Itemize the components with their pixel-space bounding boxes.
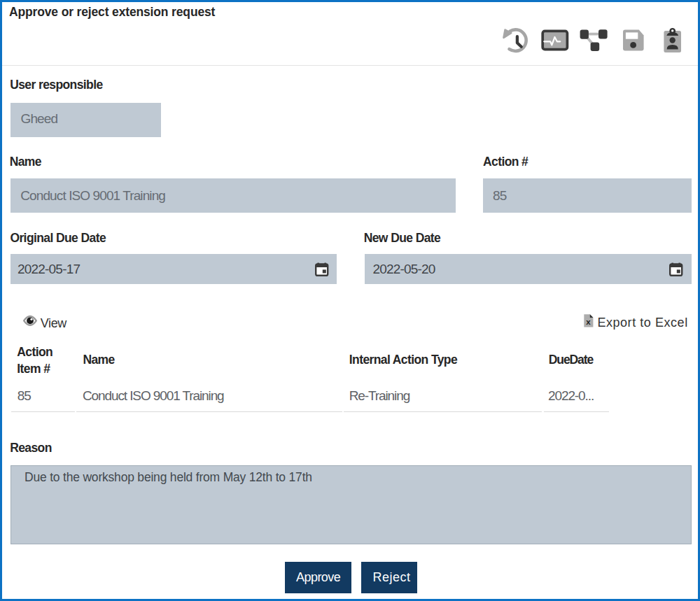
- svg-text:x: x: [586, 318, 591, 326]
